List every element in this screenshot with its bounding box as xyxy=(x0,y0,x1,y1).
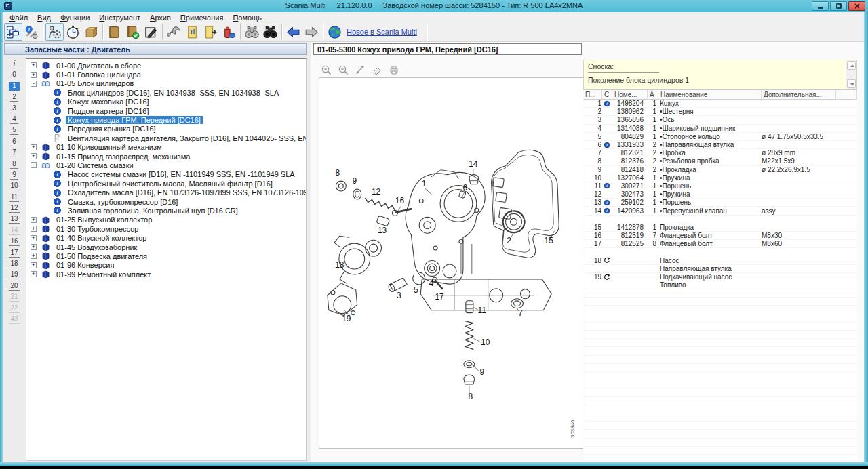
table-row[interactable]: 19Подкачивающий насос xyxy=(583,273,857,281)
page-number-43[interactable]: 43 xyxy=(9,315,19,326)
globe-button[interactable] xyxy=(326,23,344,41)
page-number-19[interactable]: 19 xyxy=(9,270,19,281)
page-number-i[interactable]: i xyxy=(10,60,18,70)
tree-item[interactable]: +01-10 Кривошипный механизм xyxy=(26,143,306,152)
part-info-icon[interactable]: i xyxy=(602,207,612,214)
tree-item[interactable]: iЦентробежный очиститель масла, Масляный… xyxy=(26,179,306,188)
collapse-icon[interactable]: - xyxy=(31,81,37,87)
tree-item[interactable]: +01-01 Головка цилиндра xyxy=(26,70,306,79)
page-number-17[interactable]: 17 xyxy=(9,249,19,260)
table-row[interactable]: 313658561•Ось xyxy=(583,116,857,124)
table-row[interactable]: 1514128781Прокладка xyxy=(583,224,857,232)
parts-info-button[interactable]: i xyxy=(22,23,41,41)
package-button[interactable] xyxy=(82,23,100,41)
table-row[interactable]: 178125258Фланцевый болтM8x60 xyxy=(583,240,857,248)
table-row[interactable]: 14i14209631•Перепускной клапанassy xyxy=(583,207,857,215)
tree-item[interactable]: +01-99 Ремонтный комплект xyxy=(26,270,306,279)
page-number-21[interactable]: 21 xyxy=(9,293,19,304)
tree-item[interactable]: iЗаливная горловина, Контрольный щуп [D1… xyxy=(26,206,306,215)
page-number-13[interactable]: 13 xyxy=(9,215,19,226)
zoom-in-button[interactable] xyxy=(320,64,332,76)
page-number-1[interactable]: 1 xyxy=(9,82,20,93)
tree-item[interactable]: Вентиляция картера двигателя, Закрыто [D… xyxy=(26,134,306,142)
tree-item[interactable]: iКожух маховика [DC16] xyxy=(26,98,306,106)
close-button[interactable] xyxy=(848,1,865,11)
page-number-2[interactable]: 2 xyxy=(10,93,18,104)
tree-item[interactable]: +01-45 Воздухозаборник xyxy=(26,243,306,251)
table-row[interactable]: Направляющая втулка xyxy=(583,265,857,273)
tree-item[interactable]: iСмазка, турбокомпрессор [D16] xyxy=(26,197,306,206)
tree-item[interactable]: +01-96 Конверсия xyxy=(26,261,306,270)
menu-item-Примечания[interactable]: Примечания xyxy=(176,13,229,22)
tree-item[interactable]: +01-00 Двигатель в сборе xyxy=(26,61,306,70)
tree-view-button[interactable] xyxy=(4,23,22,41)
table-row[interactable]: 168125197Фланцевый болтM8x30 xyxy=(583,232,857,240)
tree-item[interactable]: -01-20 Система смазки xyxy=(26,161,306,169)
tree-item[interactable]: iБлок цилиндров [DC16], EN 1034938- SSS,… xyxy=(26,88,306,97)
column-header[interactable]: П... xyxy=(583,90,602,99)
page-number-16[interactable]: 16 xyxy=(9,237,19,248)
tree-item[interactable]: iНасос системы смазки [D16], EN -1101949… xyxy=(26,170,306,179)
table-row[interactable]: 78123212•Пробкаø 28x9 mm xyxy=(583,149,857,157)
book-button[interactable] xyxy=(105,23,123,41)
doc-text-button[interactable]: Ti xyxy=(183,23,201,41)
page-number-20[interactable]: 20 xyxy=(9,282,19,293)
menu-item-Архив[interactable]: Архив xyxy=(145,13,176,22)
scroll-up-icon[interactable] xyxy=(847,61,856,70)
table-row[interactable]: 1i14982041Кожух xyxy=(583,100,857,108)
menu-item-Функции[interactable]: Функции xyxy=(56,13,94,22)
binoculars-button[interactable] xyxy=(243,23,261,41)
part-info-icon[interactable]: i xyxy=(602,142,612,148)
expand-icon[interactable]: + xyxy=(31,244,37,250)
menu-item-Файл[interactable]: Файл xyxy=(5,13,33,22)
arrow-left-button[interactable] xyxy=(284,23,302,41)
page-number-0[interactable]: 0 xyxy=(10,70,18,81)
reference-arrow-icon[interactable] xyxy=(602,274,612,281)
wrench-button[interactable] xyxy=(165,23,183,41)
print-button[interactable] xyxy=(388,64,400,76)
column-header[interactable]: А xyxy=(648,90,658,99)
expand-icon[interactable]: + xyxy=(31,235,37,241)
page-number-14[interactable]: 14 xyxy=(9,226,19,237)
tree-item[interactable]: iОхладитель масла [D16], EN 1073126-1097… xyxy=(26,188,306,197)
expand-icon[interactable]: + xyxy=(31,253,37,259)
expand-icon[interactable]: + xyxy=(31,217,37,223)
build-gear-button[interactable] xyxy=(45,23,64,41)
column-header[interactable]: Наименование xyxy=(658,90,762,99)
expand-icon[interactable]: + xyxy=(31,72,37,78)
scroll-down-icon[interactable] xyxy=(847,79,856,88)
table-row[interactable]: 413140881•Шариковый подшипник xyxy=(583,125,857,133)
binoculars-dark-button[interactable] xyxy=(261,23,279,41)
table-row[interactable]: 213809621•Шестерня xyxy=(583,108,857,116)
minimize-button[interactable] xyxy=(812,1,829,11)
tree-item[interactable]: -01-05 Блок цилиндров xyxy=(26,79,306,88)
menu-item-Вид[interactable]: Вид xyxy=(33,13,56,22)
zoom-out-button[interactable] xyxy=(337,64,349,76)
table-row[interactable]: 18Насос xyxy=(583,257,857,265)
menu-item-Помощь[interactable]: Помощь xyxy=(228,13,267,22)
oil-bottle-button[interactable] xyxy=(220,23,238,41)
tree-item[interactable]: iПоддон картера [DC16] xyxy=(26,106,306,115)
tree-item[interactable]: iПередняя крышка [DC16] xyxy=(26,125,306,134)
book-check-button[interactable] xyxy=(123,23,142,41)
part-info-icon[interactable]: i xyxy=(602,199,612,206)
page-number-18[interactable]: 18 xyxy=(9,260,19,270)
part-info-icon[interactable]: i xyxy=(602,182,612,189)
page-number-12[interactable]: 12 xyxy=(9,204,19,215)
doc-export-button[interactable] xyxy=(201,23,220,41)
tree-item[interactable]: +01-40 Впускной коллектор xyxy=(26,233,306,242)
expand-icon[interactable]: + xyxy=(31,144,37,150)
reference-arrow-icon[interactable] xyxy=(602,257,612,264)
tree-item[interactable]: +01-50 Подвеска двигателя xyxy=(26,251,306,260)
page-number-11[interactable]: 11 xyxy=(9,193,19,204)
column-header[interactable]: Дополнительная... xyxy=(762,90,836,99)
menu-item-Инструмент[interactable]: Инструмент xyxy=(94,13,145,22)
page-number-6[interactable]: 6 xyxy=(10,138,18,148)
table-row[interactable]: 1013270641•Пружина xyxy=(583,174,857,182)
part-info-icon[interactable]: i xyxy=(602,100,612,107)
expand-icon[interactable]: + xyxy=(31,62,37,68)
table-row[interactable]: 123024731•Пружина xyxy=(583,190,857,199)
expand-icon[interactable]: + xyxy=(31,262,37,268)
column-header[interactable]: С xyxy=(602,90,612,99)
page-number-4[interactable]: 4 xyxy=(10,115,18,126)
